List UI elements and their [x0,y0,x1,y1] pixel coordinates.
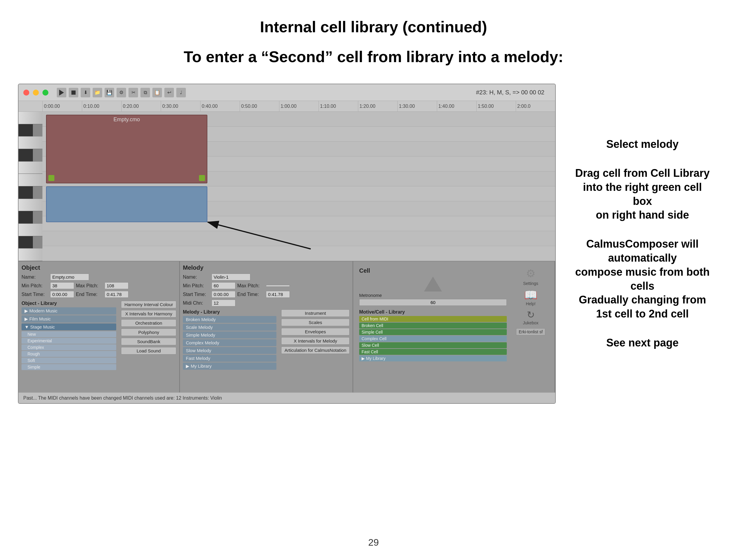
melody-lib-broken[interactable]: Broken Melody [183,316,276,323]
object-pitch-row: Min Pitch: 38 Max Pitch: 108 [22,282,176,289]
melody-time-row: Start Time: 0:00.00 End Time: 0:41.78 [183,291,350,298]
melody-lib-simple[interactable]: Simple Melody [183,331,276,338]
object-name-input[interactable]: Empty.cmo [50,273,89,281]
melody-maxpitch-label: Max Pitch: [237,283,264,289]
cell-lib-simple[interactable]: Simple Cell [359,329,507,335]
btn-x-intervals[interactable]: X Intervals for Harmony [121,310,176,318]
ruler-mark: 0:50.00 [240,101,279,112]
save-button[interactable]: 💾 [105,88,114,97]
cell-lib-broken[interactable]: Broken Cell [359,323,507,328]
object-minpitch-input[interactable]: 38 [50,282,74,289]
melody-maxpitch-input[interactable] [266,285,290,287]
melody-endtime-label: End Time: [237,292,264,297]
toolbar-status: #23: H, M, S, => 00 00 02 [476,89,544,96]
screenshot-container: ⬇ 📁 💾 ⚙ ✂ ⧉ 📋 ↩ ♩ #23: H, M, S, => 00 00… [18,84,556,404]
traffic-light-green[interactable] [43,89,48,96]
object-maxpitch-input[interactable]: 108 [105,282,128,289]
melody-dot-left [48,175,54,181]
btn-envelopes[interactable]: Envelopes [281,328,350,336]
melody-endtime-input[interactable]: 0:41.78 [266,291,290,298]
settings-area: ⚙ Settings [523,267,538,286]
erki-button[interactable]: Erki-tonlist sf [516,328,545,336]
melody-minpitch-input[interactable]: 60 [211,282,235,289]
melody-lib-scale[interactable]: Scale Melody [183,324,276,330]
bottom-panels: Object Name: Empty.cmo Min Pitch: 38 Max… [19,261,555,393]
cell-lib-slow[interactable]: Slow Cell [359,342,507,348]
midi-button[interactable]: ♩ [176,88,186,97]
melody-lib-my-library[interactable]: ▶ My Library [183,363,276,370]
record-button[interactable]: ⬇ [81,88,90,97]
btn-load-sound[interactable]: Load Sound [121,347,176,354]
piano-key [19,211,33,224]
lib-item-stage-music[interactable]: ▼ Stage Music [22,323,116,330]
status-bar: Past... The MIDI channels have been chan… [19,393,555,403]
piano-key [19,236,33,249]
melody-minpitch-label: Min Pitch: [183,283,210,289]
ruler-mark: 2:00.0 [516,101,555,112]
melody-block-label: Empty.cmo [47,115,207,124]
melody-name-input[interactable]: Violin-1 [211,273,250,281]
traffic-light-red[interactable] [23,89,29,96]
btn-harmony-interval[interactable]: Harmony Interval Colour [121,301,176,308]
play-button[interactable] [57,88,66,97]
jukebox-area: ↻ Jukebox [523,309,538,325]
cell-block[interactable]: Violin-1.1 [46,186,207,222]
melody-lib-left: Melody - Library Broken Melody Scale Mel… [183,310,276,371]
btn-orchestration[interactable]: Orchestration [121,319,176,327]
stop-button[interactable] [69,88,78,97]
ruler-mark: 1:10.00 [318,101,358,112]
cell-lib-my-library[interactable]: ▶ My Library [359,355,507,362]
melody-lib-slow[interactable]: Slow Melody [183,347,276,354]
play-icon [59,89,64,96]
melody-lib-complex[interactable]: Complex Melody [183,339,276,346]
object-endtime-input[interactable]: 0:41.78 [105,291,128,298]
lib-sub-new[interactable]: New [22,331,116,337]
btn-instrument[interactable]: Instrument [281,310,350,317]
lib-item-film-music[interactable]: ▶ Film Music [22,315,116,323]
traffic-light-yellow[interactable] [33,89,39,96]
ruler-mark: 0:20.00 [121,101,161,112]
object-starttime-input[interactable]: 0:00.00 [50,291,74,298]
cut-button[interactable]: ✂ [128,88,138,97]
ruler-mark: 1:30.00 [397,101,437,112]
piano-key [19,174,43,186]
annotation-drag-cell: Drag cell from Cell Libraryinto the righ… [574,166,711,222]
btn-scales[interactable]: Scales [281,319,350,326]
metronome-value[interactable]: 60 [359,299,507,306]
object-time-row: Start Time: 0:00.00 End Time: 0:41.78 [22,291,176,298]
cell-lib-fast[interactable]: Fast Cell [359,349,507,355]
melody-lib-fast[interactable]: Fast Melody [183,355,276,362]
track-row [43,246,555,261]
piano-key [19,124,33,137]
lib-sub-soft[interactable]: Soft [22,357,116,364]
paste-button[interactable]: 📋 [152,88,162,97]
btn-x-intervals-melody[interactable]: X Intervals for Melody [281,337,350,345]
lib-sub-rough[interactable]: Rough [22,351,116,357]
object-panel: Object Name: Empty.cmo Min Pitch: 38 Max… [19,261,180,393]
melody-starttime-input[interactable]: 0:00.00 [211,291,235,298]
piano-key [19,136,43,149]
melody-midichn-input[interactable]: 12 [211,299,235,306]
lib-sub-experimental[interactable]: Experimental [22,338,116,344]
page-header: Internal cell library (continued) To ent… [0,0,747,66]
piano-keys [19,112,43,261]
melody-pitch-row: Min Pitch: 60 Max Pitch: [183,282,350,289]
lib-sub-simple[interactable]: Simple [22,364,116,370]
melody-block[interactable]: Empty.cmo [46,115,207,183]
annotation-calmus: CalmusComposer will automaticallycompose… [574,237,711,321]
jukebox-icon: ↻ [523,309,538,320]
lib-item-modern-music[interactable]: ▶ Modern Music [22,307,116,315]
undo-button[interactable]: ↩ [164,88,174,97]
cell-lib-complex[interactable]: Complex Cell [359,336,507,342]
folder-button[interactable]: 📁 [93,88,102,97]
metronome-icon [424,276,442,292]
btn-polyphony[interactable]: Polyphony [121,328,176,336]
cell-panel-title: Cell [359,267,507,274]
btn-articulation[interactable]: Articulation for CalmusNotation [281,346,350,354]
copy-button[interactable]: ⧉ [140,88,150,97]
btn-soundbank[interactable]: SoundBank [121,338,176,345]
settings-button[interactable]: ⚙ [117,88,126,97]
lib-sub-complex[interactable]: Complex [22,344,116,350]
cell-lib-from-midi[interactable]: Cell from MIDI [359,316,507,322]
ruler-marks: 0:00.000:10.000:20.000:30.000:40.000:50.… [43,101,555,112]
